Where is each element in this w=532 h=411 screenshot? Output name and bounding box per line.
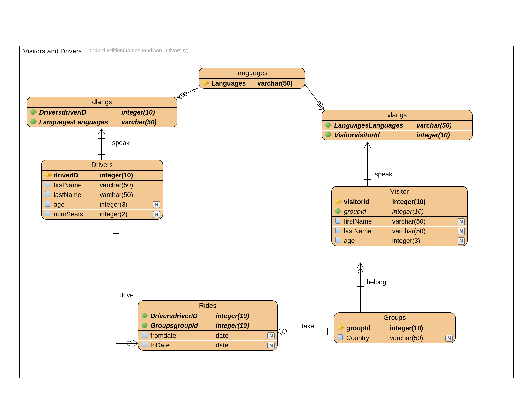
entity-dlangs[interactable]: dlangs DriversdriverID integer(10) Langu… <box>27 97 178 127</box>
col-name: age <box>344 237 392 245</box>
entity-title: dlangs <box>27 97 177 107</box>
diagram-title-tab: Visitors and Drivers <box>19 46 89 57</box>
col-type: integer(10) <box>100 172 133 179</box>
col-name: GroupsgroupId <box>150 322 216 329</box>
nullable-badge: N <box>153 211 160 218</box>
col-type: integer(10) <box>392 198 426 206</box>
column-icon <box>44 201 51 208</box>
col-name: lastName <box>54 191 100 199</box>
nullable-badge: N <box>446 335 453 342</box>
col-type: varchar(50) <box>392 227 436 235</box>
column-icon <box>141 332 148 339</box>
relation-take-label: take <box>302 323 314 330</box>
col-name: firstName <box>54 182 100 189</box>
col-name: firstName <box>344 218 392 225</box>
entity-title: languages <box>199 68 305 78</box>
relation-speak2-label: speak <box>375 171 392 178</box>
col-name: Languages <box>211 80 257 87</box>
column-icon <box>334 227 342 235</box>
column-icon <box>334 237 342 245</box>
col-type: varchar(50) <box>257 80 293 87</box>
col-type: integer(10) <box>216 312 249 320</box>
nullable-badge: N <box>267 332 275 339</box>
col-type: integer(10) <box>121 109 155 116</box>
col-type: integer(3) <box>392 237 436 245</box>
fk-icon <box>29 109 37 116</box>
pk-icon <box>337 325 344 332</box>
column-icon <box>337 334 344 342</box>
column-icon <box>44 211 51 218</box>
fk-icon <box>29 119 37 126</box>
col-type: varchar(50) <box>100 191 133 199</box>
nullable-badge: N <box>457 237 465 245</box>
col-name: groupId <box>346 325 390 332</box>
col-name: toDate <box>150 342 216 349</box>
col-type: integer(10) <box>390 325 423 332</box>
col-name: DriversdriverID <box>150 312 216 320</box>
col-name: Country <box>346 334 390 342</box>
col-type: date <box>216 342 254 349</box>
col-name: groupId <box>344 208 392 215</box>
col-type: integer(3) <box>100 201 128 208</box>
column-icon <box>44 191 51 199</box>
entity-vlangs[interactable]: vlangs LanguagesLanguages varchar(50) Vi… <box>322 110 473 140</box>
entity-title: Drivers <box>42 160 162 170</box>
col-name: numSeats <box>54 211 100 218</box>
fk-icon <box>141 312 148 320</box>
relation-drive-label: drive <box>119 291 134 299</box>
pk-icon <box>44 172 51 179</box>
entity-title: Groups <box>334 313 455 323</box>
col-type: varchar(50) <box>416 122 452 129</box>
column-icon <box>44 182 51 189</box>
col-name: LanguagesLanguages <box>39 119 121 126</box>
col-type: varchar(50) <box>121 119 157 126</box>
nullable-badge: N <box>457 218 465 225</box>
column-icon <box>334 218 342 225</box>
entity-drivers[interactable]: Drivers driverID integer(10) firstName v… <box>41 159 163 220</box>
entity-title: Visitor <box>332 187 467 197</box>
col-name: VisitorvisitorId <box>334 131 416 139</box>
fk-icon <box>324 131 332 139</box>
col-type: integer(10) <box>216 322 249 329</box>
column-icon <box>141 342 148 349</box>
col-type: date <box>216 332 254 339</box>
nullable-badge: N <box>457 228 465 235</box>
col-name: fromdate <box>150 332 216 339</box>
fk-icon <box>324 122 332 129</box>
entity-title: Rides <box>138 301 277 311</box>
col-type: integer(10) <box>416 131 450 139</box>
entity-title: vlangs <box>322 110 472 120</box>
pk-icon <box>202 80 209 87</box>
entity-rides[interactable]: Rides DriversdriverID integer(10) Groups… <box>138 300 278 351</box>
col-name: LanguagesLanguages <box>334 122 416 129</box>
col-name: visitorId <box>344 198 392 206</box>
entity-languages[interactable]: languages Languages varchar(50) <box>199 68 305 89</box>
fk-icon <box>141 322 148 329</box>
col-type: varchar(50) <box>100 182 133 189</box>
nullable-badge: N <box>267 342 275 349</box>
entity-groups[interactable]: Groups groupId integer(10) Country varch… <box>334 312 456 343</box>
col-name: DriversdriverID <box>39 109 121 116</box>
col-type: varchar(50) <box>390 334 433 342</box>
col-type: integer(2) <box>100 211 128 218</box>
col-type: varchar(50) <box>392 218 436 225</box>
col-type: integer(10) <box>392 208 424 215</box>
col-name: age <box>54 201 100 208</box>
relation-speak-label: speak <box>112 139 130 147</box>
pk-icon <box>334 198 342 206</box>
fk-icon <box>334 208 342 215</box>
col-name: lastName <box>344 227 392 235</box>
relation-belong-label: belong <box>367 279 386 286</box>
col-name: driverID <box>54 172 100 179</box>
nullable-badge: N <box>153 201 160 208</box>
entity-visitor[interactable]: Visitor visitorId integer(10) groupId in… <box>331 186 468 246</box>
